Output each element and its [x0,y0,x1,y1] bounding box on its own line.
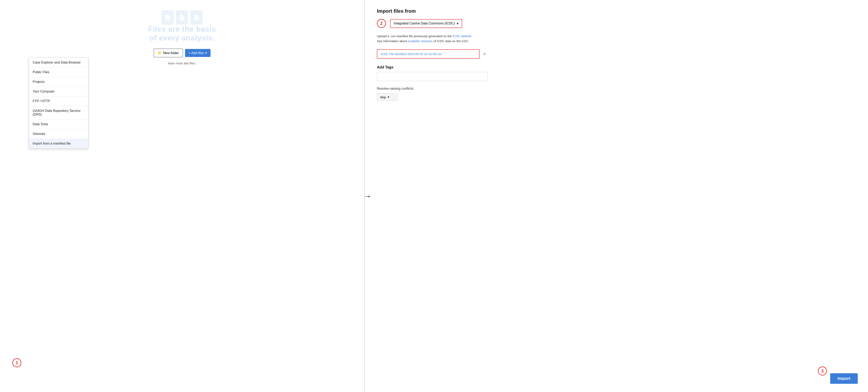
add-files-dropdown: Case Explorer and Data Browser Public Fi… [29,58,88,148]
skip-dropdown[interactable]: Skip ▾ [377,93,397,101]
skip-label: Skip [380,95,386,99]
file-icon-3 [190,10,203,25]
right-panel: Import files from 2 Integrated Canine Da… [365,0,868,392]
menu-item-ftp-http[interactable]: FTP / HTTP [29,96,88,106]
dropdown-arrow-icon: ▾ [205,51,207,55]
icdc-website-link[interactable]: ICDC website [453,34,471,38]
menu-item-case-explorer-label: Case Explorer and Data Browser [33,61,81,64]
add-tags-label: Add Tags [377,65,858,69]
menu-item-volumes-label: Volumes [33,132,45,136]
menu-item-ga4gh-drs-label: GA4GH Data Repository Service (DRS) [33,109,81,116]
menu-item-import-manifest-label: Import from a manifest file [33,142,71,145]
add-tags-section: Add Tags [377,65,858,81]
source-dropdown-value: Integrated Canine Data Commons (ICDC) [394,22,455,25]
import-title: Import files from [377,8,858,14]
menu-item-projects[interactable]: Projects [29,77,88,87]
import-button[interactable]: Import [830,373,858,384]
file-input-box[interactable]: ICDC File Manifest 2023-06-29 14-15-09.c… [377,49,479,59]
source-dropdown[interactable]: Integrated Canine Data Commons (ICDC) ▾ [390,19,462,28]
menu-item-public-files[interactable]: Public Files [29,67,88,77]
available-releases-link[interactable]: available releases [408,39,433,43]
import-btn-row: 3 Import [377,373,858,384]
file-icon-2 [176,10,188,25]
add-files-button[interactable]: + Add files ▾ [185,49,211,57]
action-buttons-row: 📁 New folder + Add files ▾ [154,49,211,57]
naming-conflicts-section: Resolve naming conflicts: Skip ▾ [377,87,858,101]
step-badge-1: 1 [12,358,21,367]
source-row: 2 Integrated Canine Data Commons (ICDC) … [377,19,858,28]
menu-item-public-files-label: Public Files [33,71,50,74]
step-badge-2: 2 [377,19,386,28]
left-panel: Files are the basis of every analysis. 📁… [0,0,365,392]
tags-input[interactable] [377,72,488,81]
file-input-row: ICDC File Manifest 2023-06-29 14-15-09.c… [377,49,858,59]
menu-item-ftp-http-label: FTP / HTTP [33,99,50,103]
menu-item-projects-label: Projects [33,80,44,84]
new-folder-button[interactable]: 📁 New folder [154,49,183,57]
file-name-text: ICDC File Manifest 2023-06-29 14-15-09.c… [381,52,442,56]
menu-item-volumes[interactable]: Volumes [29,129,88,139]
menu-item-data-tools[interactable]: Data Tools [29,119,88,129]
menu-item-import-manifest[interactable]: Import from a manifest file [29,139,88,148]
menu-item-ga4gh-drs[interactable]: GA4GH Data Repository Service (DRS) [29,106,88,119]
clear-icon: × [483,52,486,56]
skip-dropdown-arrow-icon: ▾ [388,95,389,99]
file-icon-1 [161,10,174,25]
add-files-label: + Add files [189,51,204,55]
description-text: Upload a .csv manifest file previously g… [377,34,858,44]
folder-icon: 📁 [158,51,162,55]
import-button-label: Import [838,376,850,381]
step-badge-3: 3 [818,366,827,375]
menu-item-your-computer-label: Your Computer [33,90,55,93]
panel-arrow: → [363,192,372,201]
file-clear-button[interactable]: × [482,52,487,56]
naming-conflicts-label: Resolve naming conflicts: [377,87,858,90]
menu-item-data-tools-label: Data Tools [33,122,48,126]
watermark-text-line1: Files are the basis of every analysis. [148,25,216,43]
source-dropdown-arrow-icon: ▾ [457,22,459,26]
watermark-area: Files are the basis of every analysis. [148,8,216,43]
learn-more-text: learn more abo files. [168,61,196,65]
menu-item-case-explorer[interactable]: Case Explorer and Data Browser [29,58,88,67]
watermark-icons [161,10,203,25]
new-folder-label: New folder [163,51,179,55]
menu-item-your-computer[interactable]: Your Computer [29,87,88,96]
